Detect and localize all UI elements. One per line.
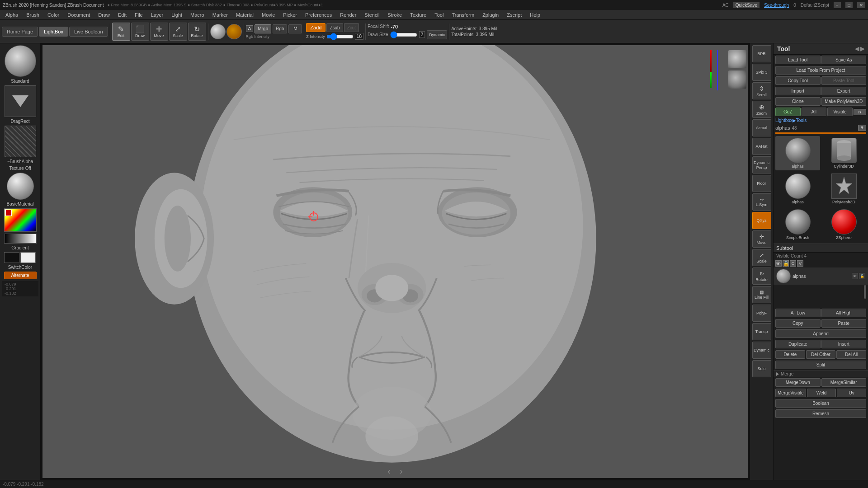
- canvas-area[interactable]: ‹ ›: [41, 43, 750, 480]
- black-swatch[interactable]: [4, 252, 19, 263]
- insert-button[interactable]: Insert: [821, 340, 867, 348]
- draw-size-slider[interactable]: [390, 33, 417, 37]
- linefill-button[interactable]: ▦ Line Fill: [752, 286, 771, 303]
- subtool-lock-btn[interactable]: 🔓: [859, 273, 865, 279]
- subtool-item-alphas[interactable]: alphas 👁 🔓: [774, 267, 868, 285]
- split-button[interactable]: Split: [775, 361, 866, 369]
- nav-right-arrow[interactable]: ›: [400, 466, 403, 476]
- white-swatch[interactable]: [20, 252, 36, 263]
- del-other-button[interactable]: Del Other: [806, 350, 836, 359]
- brush-alpha-preview[interactable]: [5, 126, 36, 157]
- menu-item-stroke[interactable]: Stroke: [384, 11, 406, 19]
- dynamic-persp-button[interactable]: Dynamic Persp: [752, 156, 771, 174]
- close-button[interactable]: ✕: [857, 2, 865, 8]
- menu-item-alpha[interactable]: Alpha: [2, 11, 22, 19]
- live-boolean-tab[interactable]: Live Boolean: [69, 27, 108, 37]
- export-button[interactable]: Export: [821, 87, 867, 95]
- menu-item-edit[interactable]: Edit: [114, 11, 130, 19]
- rt-rotate-button[interactable]: ↻ Rotate: [752, 267, 771, 285]
- subtool-eye-btn[interactable]: 👁: [852, 273, 858, 279]
- merge-similar-button[interactable]: MergeSimilar: [821, 378, 867, 387]
- solo-button[interactable]: Solo: [752, 360, 771, 377]
- make-polymesh-button[interactable]: Make PolyMesh3D: [821, 97, 867, 106]
- copy-button[interactable]: Copy: [775, 319, 821, 328]
- zsub-button[interactable]: Zsub: [326, 23, 343, 32]
- clone-button[interactable]: Clone: [775, 97, 821, 106]
- tool-alphas-1[interactable]: alphas: [775, 136, 820, 170]
- seethrough-link[interactable]: See-through: [764, 3, 789, 8]
- weld-button[interactable]: Weld: [807, 389, 836, 397]
- move-button[interactable]: ✛ Move: [150, 23, 168, 41]
- lsym-button[interactable]: ⇔ L.Sym: [752, 193, 771, 211]
- material-sphere[interactable]: [7, 173, 34, 200]
- scale-button[interactable]: ⤢ Scale: [169, 23, 187, 41]
- subtool-scrollbar[interactable]: [864, 285, 866, 299]
- tool-alphas-2[interactable]: alphas: [775, 172, 820, 206]
- z-intensity-slider[interactable]: [326, 34, 354, 39]
- tool-zsphere[interactable]: ZSphere: [821, 207, 866, 242]
- subtool-color-icon[interactable]: C: [790, 260, 796, 267]
- spix-button[interactable]: SPix 3: [752, 64, 771, 81]
- menu-item-draw[interactable]: Draw: [94, 11, 113, 19]
- color-picker[interactable]: [4, 208, 37, 232]
- menu-item-material[interactable]: Material: [232, 11, 257, 19]
- save-as-button[interactable]: Save As: [821, 56, 867, 64]
- boolean-button[interactable]: Boolean: [775, 399, 866, 408]
- merge-visible-button[interactable]: MergeVisible: [775, 389, 806, 397]
- material-circle[interactable]: [210, 24, 226, 39]
- paste-tool-button[interactable]: Paste Tool: [821, 76, 867, 85]
- menu-item-zscript[interactable]: Zscript: [503, 11, 525, 19]
- zoom-button[interactable]: ⊕ Zoom: [752, 101, 771, 118]
- append-button[interactable]: Append: [775, 329, 866, 338]
- merge-down-button[interactable]: MergeDown: [775, 378, 821, 387]
- face-thumb-1[interactable]: [728, 50, 747, 69]
- menu-item-brush[interactable]: Brush: [23, 11, 43, 19]
- rt-scale-button[interactable]: ⤢ Scale: [752, 249, 771, 266]
- menu-item-transform[interactable]: Transform: [448, 11, 478, 19]
- visible-button[interactable]: Visible: [827, 108, 853, 116]
- actual-button[interactable]: Actual: [752, 119, 771, 136]
- aahat-button[interactable]: AAHat: [752, 138, 771, 155]
- rt-dynamic-button[interactable]: Dynamic: [752, 342, 771, 359]
- rotate-button[interactable]: ↻ Rotate: [188, 23, 206, 41]
- zcut-button[interactable]: Zcut: [344, 23, 359, 32]
- zadd-button[interactable]: Zadd: [306, 23, 326, 32]
- mrgb-button[interactable]: Mrgb: [255, 24, 271, 33]
- quicksave-button[interactable]: QuickSave: [733, 2, 760, 8]
- menu-item-layer[interactable]: Layer: [147, 11, 167, 19]
- nav-left-arrow[interactable]: ‹: [387, 466, 391, 476]
- face-thumb-2[interactable]: [728, 70, 747, 89]
- rt-move-button[interactable]: ✛ Move: [752, 230, 771, 248]
- menu-item-marker[interactable]: Marker: [209, 11, 231, 19]
- stroke-circle[interactable]: [226, 24, 242, 39]
- goz-button[interactable]: GoZ: [775, 108, 801, 116]
- brush-preview[interactable]: [5, 45, 36, 77]
- alternate-button[interactable]: Alternate: [4, 272, 37, 279]
- subtool-vis-icon[interactable]: V: [797, 260, 803, 267]
- menu-item-light[interactable]: Light: [168, 11, 186, 19]
- homepage-tab[interactable]: Home Page: [2, 27, 38, 37]
- remesh-button[interactable]: Remesh: [775, 409, 866, 418]
- lightbox-tools-label[interactable]: Lightbox▶Tools: [775, 118, 807, 123]
- menu-item-zplugin[interactable]: Zplugin: [479, 11, 502, 19]
- polyf-button[interactable]: PolyF: [752, 305, 771, 322]
- qxyz-button[interactable]: QXyz: [752, 212, 771, 229]
- menu-item-file[interactable]: File: [131, 11, 146, 19]
- all-high-button[interactable]: All High: [821, 309, 867, 317]
- minimize-button[interactable]: −: [834, 2, 841, 8]
- maximize-button[interactable]: □: [845, 2, 853, 8]
- uv-button[interactable]: Uv: [837, 389, 866, 397]
- merge-section-title[interactable]: Merge: [774, 370, 868, 377]
- bpr-button[interactable]: BPR: [752, 45, 771, 62]
- menu-item-color[interactable]: Color: [44, 11, 63, 19]
- transp-button[interactable]: Transp: [752, 323, 771, 340]
- edit-button[interactable]: ✎ Edit: [112, 23, 130, 41]
- tool-cylinder3d[interactable]: Cylinder3D: [821, 136, 866, 170]
- tool-simplebrush[interactable]: SimpleBrush: [775, 207, 820, 242]
- menu-item-texture[interactable]: Texture: [406, 11, 430, 19]
- panel-close-icon[interactable]: ◀ ▶: [855, 46, 864, 52]
- copy-tool-button[interactable]: Copy Tool: [775, 76, 821, 85]
- del-all-button[interactable]: Del All: [836, 350, 866, 359]
- dynamic-button[interactable]: Dynamic: [427, 30, 447, 39]
- menu-item-movie[interactable]: Movie: [258, 11, 278, 19]
